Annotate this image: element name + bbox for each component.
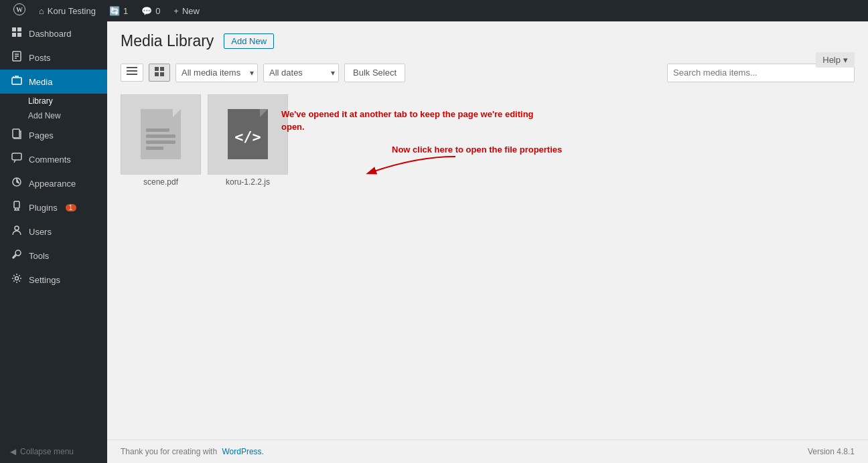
svg-rect-21 — [160, 67, 164, 71]
plugins-badge: 1 — [66, 204, 76, 211]
pdf-lines — [141, 120, 181, 155]
sidebar-item-posts[interactable]: Posts — [0, 45, 107, 70]
tools-icon — [10, 249, 23, 262]
svg-rect-18 — [127, 70, 137, 72]
updates-count: 1 — [123, 6, 128, 16]
posts-label: Posts — [29, 53, 51, 63]
comments-icon: 💬 — [141, 6, 152, 16]
collapse-menu-button[interactable]: ◀ Collapse menu — [0, 440, 107, 463]
sidebar-item-dashboard[interactable]: Dashboard — [0, 21, 107, 45]
dashboard-icon — [10, 27, 23, 40]
main-content: Media Library Add New Help ▾ All med — [107, 21, 868, 463]
comments-count: 0 — [155, 6, 160, 16]
date-filter-wrap: All dates January 2024 — [263, 64, 339, 82]
collapse-label: Collapse menu — [20, 447, 74, 456]
media-item-js[interactable]: </> koru-1.2.2.js — [208, 94, 288, 189]
svg-point-15 — [15, 226, 19, 230]
svg-rect-5 — [17, 33, 21, 37]
users-label: Users — [29, 227, 52, 237]
sidebar-sub-library[interactable]: Library — [0, 94, 107, 108]
media-icon — [10, 75, 23, 88]
appearance-label: Appearance — [29, 179, 76, 189]
svg-rect-22 — [155, 72, 159, 76]
bulk-select-button[interactable]: Bulk Select — [344, 64, 405, 82]
svg-rect-2 — [12, 27, 16, 31]
sidebar-item-tools[interactable]: Tools — [0, 244, 107, 268]
help-label: Help — [822, 55, 841, 65]
pdf-line-4 — [146, 147, 163, 150]
home-button[interactable]: ⌂ Koru Testing — [32, 0, 102, 21]
home-icon: ⌂ — [39, 6, 44, 16]
page-title: Media Library — [121, 31, 214, 52]
svg-rect-20 — [155, 67, 159, 71]
js-filename: koru-1.2.2.js — [208, 175, 288, 189]
comments-button[interactable]: 💬 0 — [135, 0, 167, 21]
list-view-icon — [127, 67, 137, 78]
help-button[interactable]: Help ▾ — [816, 52, 855, 68]
sidebar-item-users[interactable]: Users — [0, 219, 107, 244]
dashboard-label: Dashboard — [29, 29, 72, 39]
comments-label: Comments — [29, 155, 71, 165]
plugins-icon — [10, 201, 23, 214]
new-content-button[interactable]: + New — [167, 0, 206, 21]
footer: Thank you for creating with WordPress. V… — [107, 440, 868, 463]
users-icon — [10, 225, 23, 238]
media-thumb-js[interactable]: </> — [208, 94, 288, 175]
comments-sidebar-icon — [10, 153, 23, 166]
plus-icon: + — [173, 6, 179, 16]
footer-left: Thank you for creating with WordPress. — [121, 447, 264, 456]
svg-rect-4 — [12, 33, 16, 37]
media-filter-select[interactable]: All media items Images Audio Video Docum… — [175, 64, 258, 82]
sidebar-item-comments[interactable]: Comments — [0, 147, 107, 171]
site-name: Koru Testing — [48, 6, 96, 16]
media-area: scene.pdf </> koru-1.2.2.js We've opened… — [107, 88, 868, 440]
svg-rect-17 — [127, 67, 137, 68]
svg-rect-12 — [12, 153, 21, 160]
annotation-text-1: We've opened it at another tab to keep t… — [281, 108, 549, 134]
svg-rect-10 — [12, 78, 21, 84]
add-new-button[interactable]: Add New — [224, 33, 274, 49]
appearance-icon — [10, 177, 23, 190]
sidebar: Dashboard Posts Media Library Add New Pa… — [0, 21, 107, 463]
thank-you-text: Thank you for creating with — [121, 447, 217, 456]
svg-rect-14 — [14, 201, 19, 208]
sidebar-item-appearance[interactable]: Appearance — [0, 171, 107, 195]
svg-rect-11 — [13, 129, 19, 138]
pdf-line-3 — [146, 141, 175, 144]
sidebar-item-media[interactable]: Media — [0, 70, 107, 94]
annotation-arrow — [362, 153, 462, 182]
sidebar-item-pages[interactable]: Pages — [0, 123, 107, 147]
page-header: Media Library Add New Help ▾ — [107, 21, 868, 58]
pdf-line-2 — [146, 134, 175, 138]
wp-logo-button[interactable]: W — [7, 0, 32, 21]
library-label: Library — [28, 96, 53, 106]
media-filter-wrap: All media items Images Audio Video Docum… — [175, 64, 258, 82]
pages-label: Pages — [29, 130, 54, 141]
grid-view-button[interactable] — [149, 64, 170, 82]
media-label: Media — [29, 77, 52, 87]
settings-icon — [10, 273, 23, 286]
plugins-label: Plugins — [29, 203, 58, 213]
date-filter-select[interactable]: All dates January 2024 — [263, 64, 339, 82]
help-chevron-icon: ▾ — [843, 55, 848, 65]
media-thumb-pdf[interactable] — [121, 94, 201, 175]
pdf-line-1 — [146, 128, 169, 132]
sidebar-item-settings[interactable]: Settings — [0, 268, 107, 292]
pdf-icon — [141, 109, 181, 159]
list-view-button[interactable] — [121, 64, 143, 82]
updates-button[interactable]: 🔄 1 — [102, 0, 135, 21]
wordpress-link[interactable]: WordPress. — [222, 447, 263, 456]
admin-bar: W ⌂ Koru Testing 🔄 1 💬 0 + New — [0, 0, 868, 21]
tools-label: Tools — [29, 251, 49, 261]
new-label: New — [182, 6, 200, 16]
pdf-filename: scene.pdf — [121, 175, 201, 189]
svg-rect-3 — [17, 27, 21, 31]
svg-rect-23 — [160, 72, 164, 76]
sidebar-sub-add-new[interactable]: Add New — [0, 108, 107, 123]
media-item-pdf[interactable]: scene.pdf — [121, 94, 201, 189]
settings-label: Settings — [29, 275, 60, 285]
add-new-sub-label: Add New — [28, 111, 61, 120]
wp-logo-icon: W — [13, 3, 25, 19]
sidebar-item-plugins[interactable]: Plugins 1 — [0, 195, 107, 219]
js-code-symbol: </> — [234, 128, 261, 145]
